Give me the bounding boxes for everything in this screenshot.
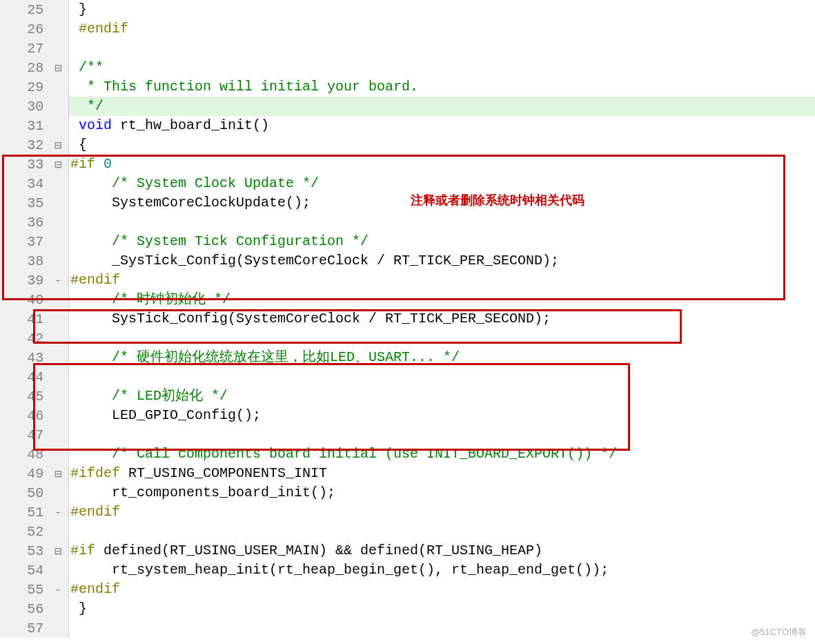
gutter-row: 46	[0, 406, 68, 425]
code-line[interactable]: /* LED初始化 */	[69, 387, 815, 406]
line-number: 38	[0, 253, 48, 269]
line-number: 34	[0, 176, 48, 192]
code-line[interactable]: /* 硬件初始化统统放在这里，比如LED、USART... */	[69, 348, 815, 367]
code-line[interactable]: #endif	[69, 19, 815, 39]
code-token: #endif	[70, 504, 120, 520]
line-number: 41	[0, 311, 48, 327]
code-line[interactable]: }	[69, 599, 815, 618]
code-line[interactable]: {	[69, 135, 815, 155]
code-line[interactable]: rt_components_board_init();	[69, 483, 815, 502]
code-token: rt_hw_board_init()	[112, 117, 269, 133]
code-line[interactable]: #endif	[69, 271, 815, 290]
gutter-row: 35	[0, 193, 68, 213]
gutter-row: 45	[0, 387, 68, 406]
code-token: /* Call components board initial (use IN…	[112, 446, 617, 462]
code-token	[70, 175, 112, 191]
line-number: 47	[0, 427, 48, 443]
gutter-row: 27	[0, 39, 68, 58]
gutter-row: 57	[0, 618, 68, 638]
code-line[interactable]	[69, 39, 815, 58]
gutter-row: 47	[0, 425, 68, 445]
line-number: 51	[0, 505, 48, 520]
code-line[interactable]: _SysTick_Config(SystemCoreClock / RT_TIC…	[69, 251, 815, 271]
code-line[interactable]: /* System Tick Configuration */	[69, 232, 815, 251]
line-number: 37	[0, 234, 48, 250]
gutter-row: 26	[0, 19, 68, 39]
gutter-row: 48	[0, 445, 68, 464]
line-number: 55	[0, 582, 48, 598]
fold-icon[interactable]: ⊟	[48, 138, 68, 153]
gutter-row: 42	[0, 329, 68, 348]
code-line[interactable]: rt_system_heap_init(rt_heap_begin_get(),…	[69, 560, 815, 580]
fold-icon[interactable]: -	[48, 506, 68, 519]
line-number: 54	[0, 563, 48, 578]
gutter-row: 32⊟	[0, 135, 68, 155]
code-token: #endif	[70, 581, 120, 597]
code-token	[70, 21, 79, 37]
line-number: 50	[0, 485, 48, 501]
gutter-row: 44	[0, 367, 68, 387]
gutter-row: 30	[0, 97, 68, 116]
code-line[interactable]	[69, 618, 815, 638]
code-line[interactable]	[69, 329, 815, 348]
code-token: }	[79, 601, 87, 616]
code-token: /* 时钟初始化 */	[112, 291, 230, 307]
code-token: rt_components_board_init();	[70, 485, 335, 500]
code-token: {	[79, 137, 87, 153]
code-token: #if	[70, 156, 104, 172]
gutter-row: 34	[0, 174, 68, 193]
code-line[interactable]: #endif	[69, 580, 815, 599]
line-number: 26	[0, 21, 48, 37]
code-line[interactable]: SystemCoreClockUpdate();	[69, 193, 815, 213]
code-line[interactable]	[69, 425, 815, 445]
gutter-row: 41	[0, 309, 68, 329]
code-token: defined(RT_USING_USER_MAIN) && defined(R…	[104, 543, 542, 558]
line-number: 45	[0, 389, 48, 404]
line-number: 27	[0, 41, 48, 57]
gutter-row: 49⊟	[0, 464, 68, 483]
code-token: SysTick_Config(SystemCoreClock / RT_TICK…	[70, 311, 551, 326]
code-line[interactable]: /* Call components board initial (use IN…	[69, 445, 815, 464]
code-line[interactable]: /* System Clock Update */	[69, 174, 815, 193]
code-line[interactable]: * This function will initial your board.	[69, 77, 815, 97]
fold-icon[interactable]: -	[48, 583, 68, 596]
line-number: 40	[0, 292, 48, 308]
line-number: 42	[0, 331, 48, 347]
line-number: 32	[0, 137, 48, 153]
code-line[interactable]: /* 时钟初始化 */	[69, 290, 815, 309]
code-line[interactable]	[69, 522, 815, 541]
gutter-row: 43	[0, 348, 68, 367]
code-token: 0	[104, 156, 112, 172]
code-line[interactable]: SysTick_Config(SystemCoreClock / RT_TICK…	[69, 309, 815, 329]
code-line[interactable]: #endif	[69, 502, 815, 522]
line-number: 46	[0, 408, 48, 424]
code-line[interactable]: */	[69, 97, 815, 116]
code-line[interactable]: #if defined(RT_USING_USER_MAIN) && defin…	[69, 541, 815, 560]
code-area[interactable]: } #endif /** * This function will initia…	[69, 0, 815, 638]
code-token: /**	[79, 59, 104, 75]
fold-icon[interactable]: ⊟	[48, 157, 68, 172]
code-line[interactable]	[69, 367, 815, 387]
code-editor[interactable]: 25262728⊟29303132⊟33⊟343536373839-404142…	[0, 0, 815, 638]
fold-icon[interactable]: ⊟	[48, 544, 68, 558]
code-token: #ifdef	[70, 465, 128, 481]
code-line[interactable]: /**	[69, 58, 815, 77]
fold-icon[interactable]: ⊟	[48, 61, 68, 75]
code-token: /* System Tick Configuration */	[112, 233, 369, 249]
gutter-row: 51-	[0, 502, 68, 522]
code-token	[70, 349, 112, 365]
code-line[interactable]: void rt_hw_board_init()	[69, 116, 815, 135]
fold-icon[interactable]: -	[48, 274, 68, 287]
code-line[interactable]	[69, 213, 815, 232]
code-token	[70, 117, 79, 133]
code-token	[70, 233, 112, 249]
code-token: #if	[70, 543, 104, 558]
code-token: #endif	[70, 272, 120, 288]
code-token: }	[79, 1, 87, 17]
code-token: SystemCoreClockUpdate();	[70, 195, 311, 211]
code-line[interactable]: LED_GPIO_Config();	[69, 406, 815, 425]
code-line[interactable]: #if 0	[69, 155, 815, 174]
code-line[interactable]: #ifdef RT_USING_COMPONENTS_INIT	[69, 464, 815, 483]
code-line[interactable]: }	[69, 0, 815, 19]
fold-icon[interactable]: ⊟	[48, 467, 68, 481]
